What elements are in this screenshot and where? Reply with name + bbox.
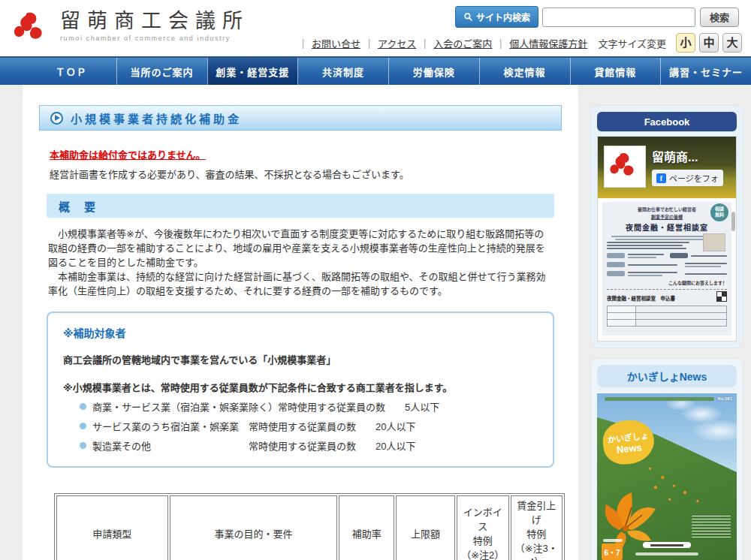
rumoi-logo-icon xyxy=(608,150,641,183)
main-nav: ＴＯＰ 当所のご案内 創業・経営支援 共済制度 労働保険 検定情報 貸館情報 講… xyxy=(0,56,751,85)
site-subtitle: rumoi chamber of commerce and industry xyxy=(60,35,249,42)
font-size-label: 文字サイズ変更 xyxy=(598,36,666,50)
facebook-widget: 留萌商... f ページをフォ 昼間お仕事でお忙しい経営者 創業予定の皆様 夜間… xyxy=(597,136,737,342)
page-title-bar: 小規模事業者持続化補助金 xyxy=(39,105,562,131)
eligibility-bullet-2: サービス業のうち宿泊業・娯楽業 常時使用する従業員の数 20人以下 xyxy=(80,419,538,433)
flyer-label-pill xyxy=(607,253,625,258)
subsidy-warning-link[interactable]: 本補助金は給付金ではありません。 xyxy=(50,147,551,161)
subsidy-warning-note: 経営計画書を作成する必要があり、審査の結果、不採択となる場合もございます。 xyxy=(50,167,551,181)
link-access[interactable]: アクセス xyxy=(378,36,416,50)
site-logo[interactable]: 留萌商工会議所 rumoi chamber of commerce and in… xyxy=(12,9,249,48)
col-header-type: 申請類型 xyxy=(56,495,168,560)
bullet-icon xyxy=(80,442,86,449)
search-icon xyxy=(463,12,473,22)
nav-certification[interactable]: 検定情報 xyxy=(479,58,570,85)
news-issue-month: 6・7 xyxy=(602,543,623,560)
flyer-title: 夜間金融・経営相談室 xyxy=(607,221,727,233)
facebook-cover-photo: 留萌商... f ページをフォ xyxy=(598,137,736,198)
flyer-info-row xyxy=(607,261,727,267)
link-privacy[interactable]: 個人情報保護方針 xyxy=(509,36,587,50)
cover-side-text xyxy=(692,513,731,537)
site-header: 留萌商工会議所 rumoi chamber of commerce and in… xyxy=(0,0,751,56)
news-issue-number: No.581 xyxy=(717,396,732,401)
overview-heading: 概 要 xyxy=(47,194,554,218)
facebook-avatar[interactable] xyxy=(604,146,646,188)
eligibility-title: ※補助対象者 xyxy=(63,325,538,340)
news-cover-topstrip: No.581 xyxy=(605,396,732,401)
table-header-row: 申請類型 事業の目的・要件 補助率 上限額 インボイス 特例 （※注2） 賃金引… xyxy=(56,495,562,560)
bullet-icon xyxy=(80,403,86,410)
play-icon xyxy=(50,112,63,125)
flyer-form-table xyxy=(607,306,727,327)
eligibility-line2: ※小規模事業者とは、常時使用する従業員数が下記条件に合致する商工業者を指します。 xyxy=(63,380,538,394)
eligibility-line1: 商工会議所の管轄地域内で事業を営んでいる「小規模事業者」 xyxy=(63,352,538,366)
flyer-text-bar xyxy=(607,248,686,249)
font-size-small-button[interactable]: 小 xyxy=(676,33,695,53)
eligibility-box: ※補助対象者 商工会議所の管轄地域内で事業を営んでいる「小規模事業者」 ※小規模… xyxy=(47,312,554,468)
facebook-card: Facebook 留萌商... f ページをフォ xyxy=(590,105,743,348)
link-contact[interactable]: お問い合せ xyxy=(312,36,360,50)
nav-business-support[interactable]: 創業・経営支援 xyxy=(207,58,298,85)
col-header-limit: 上限額 xyxy=(396,495,455,560)
font-size-medium-button[interactable]: 中 xyxy=(699,33,719,53)
page-body: 小規模事業者持続化補助金 本補助金は給付金ではありません。 経営計画書を作成する… xyxy=(0,85,751,560)
eligibility-bullet-3: 製造業その他 常時使用する従業員の数 20人以下 xyxy=(80,438,538,453)
flyer-info-row xyxy=(607,270,727,276)
flyer-divider xyxy=(607,289,727,290)
site-search: サイト内検索 検索 xyxy=(455,6,739,28)
eligibility-bullet-1: 商業・サービス業（宿泊業・娯楽業除く）常時使用する従業員の数 5人以下 xyxy=(80,399,538,414)
cover-center-pill xyxy=(643,542,691,548)
main-content: 小規模事業者持続化補助金 本補助金は給付金ではありません。 経営計画書を作成する… xyxy=(23,85,578,560)
facebook-heading[interactable]: Facebook xyxy=(597,112,737,131)
nav-labor-insurance[interactable]: 労働保険 xyxy=(388,58,479,85)
flyer-label-pill xyxy=(670,253,688,258)
link-membership[interactable]: 入会のご案内 xyxy=(433,36,492,50)
flyer-free-badge: 相談 無料 xyxy=(710,203,728,221)
facebook-icon: f xyxy=(656,173,666,183)
flyer-text-bar xyxy=(607,242,689,243)
flyer-line-2: 創業予定の皆様 xyxy=(607,213,727,220)
nav-hall-rental[interactable]: 貸館情報 xyxy=(570,58,661,85)
utility-links: ｜ お問い合せ ｜ アクセス ｜ 入会のご案内 ｜ 個人情報保護方針 文字サイズ… xyxy=(294,33,742,53)
overview-paragraph-2: 本補助金事業は、持続的な経営に向けた経営計画に基づく、販路開拓等の取組や、その取… xyxy=(48,269,553,298)
nav-seminars[interactable]: 講習・セミナー xyxy=(660,58,751,85)
flyer-photo xyxy=(703,233,725,251)
nav-mutual-aid[interactable]: 共済制度 xyxy=(297,58,388,85)
flyer-answer-line: こんな疑問にお答えします！ xyxy=(607,279,727,286)
rumoi-logo-icon xyxy=(12,9,51,48)
news-cover-image[interactable]: No.581 かいぎしょ News xyxy=(597,393,737,560)
cover-text-bar xyxy=(603,539,623,542)
overview-paragraph-1: 小規模事業者等※が、今後複数年にわたり相次いで直面する制度変更等に対応するために… xyxy=(48,227,553,269)
flyer-text-bar xyxy=(607,245,683,246)
cover-text-bar xyxy=(605,397,714,401)
col-header-wage: 賃金引上げ 特例 （※注3・ 4） xyxy=(511,495,563,560)
news-card: かいぎしょNews No.581 かいぎしょ News xyxy=(590,358,743,560)
flyer-form-title: 夜間金融・経営相談室 申込書 xyxy=(607,294,675,302)
sidebar: Facebook 留萌商... f ページをフォ xyxy=(590,85,743,560)
site-title: 留萌商工会議所 xyxy=(60,9,249,33)
page-title: 小規模事業者持続化補助金 xyxy=(71,110,242,126)
subsidy-table: 申請類型 事業の目的・要件 補助率 上限額 インボイス 特例 （※注2） 賃金引… xyxy=(54,493,565,560)
flyer-label-pill xyxy=(607,271,625,276)
search-submit-button[interactable]: 検索 xyxy=(700,8,739,27)
bullet-icon xyxy=(80,423,86,429)
flyer-info-row xyxy=(607,252,727,258)
cover-text-bar xyxy=(635,552,698,555)
col-header-invoice: インボイス 特例 （※注2） xyxy=(457,495,508,560)
col-header-rate: 補助率 xyxy=(339,495,394,560)
facebook-page-name[interactable]: 留萌商... xyxy=(652,147,698,165)
nav-top[interactable]: ＴＯＰ xyxy=(26,58,116,85)
facebook-follow-button[interactable]: f ページをフォ xyxy=(652,170,723,186)
font-size-large-button[interactable]: 大 xyxy=(722,33,742,53)
flyer-label-pill xyxy=(607,262,625,267)
site-search-label[interactable]: サイト内検索 xyxy=(455,6,538,28)
news-heading[interactable]: かいぎしょNews xyxy=(597,365,737,387)
nav-about[interactable]: 当所のご案内 xyxy=(116,58,207,85)
scrollbar-thumb[interactable] xyxy=(731,212,735,231)
facebook-post-flyer[interactable]: 昼間お仕事でお忙しい経営者 創業予定の皆様 夜間金融・経営相談室 相談 無料 xyxy=(602,202,731,336)
flyer-line-1: 昼間お仕事でお忙しい経営者 xyxy=(607,206,727,212)
qr-code-icon xyxy=(716,291,727,302)
col-header-purpose: 事業の目的・要件 xyxy=(170,495,338,560)
search-input[interactable] xyxy=(542,8,695,27)
overview-paragraphs: 小規模事業者等※が、今後複数年にわたり相次いで直面する制度変更等に対応するために… xyxy=(48,227,553,298)
